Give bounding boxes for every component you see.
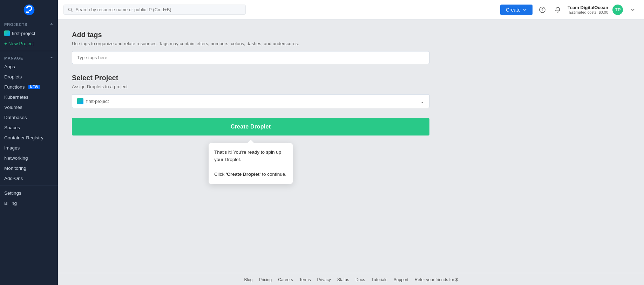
create-droplet-button[interactable]: Create Droplet: [72, 118, 429, 135]
select-project-title: Select Project: [72, 74, 630, 82]
select-project-section: Select Project Assign Droplets to a proj…: [72, 74, 630, 108]
tooltip-arrow: [247, 140, 254, 143]
sidebar-item-networking[interactable]: Networking: [0, 153, 58, 163]
manage-section-header: MANAGE: [0, 53, 58, 62]
add-tags-title: Add tags: [72, 31, 630, 39]
sidebar-first-project[interactable]: first-project: [0, 28, 58, 39]
sidebar-item-monitoring[interactable]: Monitoring: [0, 163, 58, 173]
tags-input[interactable]: [72, 51, 429, 64]
sidebar-item-volumes[interactable]: Volumes: [0, 102, 58, 112]
sidebar-item-spaces[interactable]: Spaces: [0, 123, 58, 133]
footer-careers[interactable]: Careers: [278, 277, 293, 282]
footer: Blog Pricing Careers Terms Privacy Statu…: [58, 273, 644, 285]
create-button[interactable]: Create: [500, 5, 533, 15]
help-button[interactable]: ?: [537, 4, 548, 15]
sidebar-divider-2: [0, 186, 58, 186]
notifications-button[interactable]: [552, 4, 563, 15]
sidebar-item-images[interactable]: Images: [0, 143, 58, 153]
search-bar[interactable]: [63, 5, 246, 15]
sidebar-new-project[interactable]: + New Project: [0, 39, 58, 49]
footer-tutorials[interactable]: Tutorials: [371, 277, 387, 282]
chevron-down-icon: ⌄: [420, 99, 424, 104]
create-droplet-area: Create Droplet That's it! You're ready t…: [72, 108, 429, 135]
footer-blog[interactable]: Blog: [244, 277, 252, 282]
footer-terms[interactable]: Terms: [299, 277, 311, 282]
project-icon: [4, 30, 10, 36]
svg-rect-2: [26, 12, 27, 13]
footer-support[interactable]: Support: [394, 277, 408, 282]
footer-status[interactable]: Status: [337, 277, 349, 282]
project-select-icon: [77, 98, 83, 104]
projects-section-header: PROJECTS: [0, 20, 58, 28]
project-select-dropdown[interactable]: first-project ⌄: [72, 94, 429, 108]
sidebar-item-databases[interactable]: Databases: [0, 112, 58, 123]
sidebar-item-settings[interactable]: Settings: [0, 188, 58, 198]
sidebar-item-billing[interactable]: Billing: [0, 198, 58, 208]
select-project-desc: Assign Droplets to a project: [72, 84, 630, 89]
footer-privacy[interactable]: Privacy: [317, 277, 331, 282]
add-tags-section: Add tags Use tags to organize and relate…: [72, 31, 630, 64]
add-tags-desc: Use tags to organize and relate resource…: [72, 41, 630, 46]
sidebar-item-add-ons[interactable]: Add-Ons: [0, 173, 58, 183]
topbar: Create ? Team DigitalOcean Estimated cos…: [58, 0, 644, 20]
content-area: Add tags Use tags to organize and relate…: [58, 20, 644, 273]
user-menu-chevron[interactable]: [627, 4, 638, 15]
sidebar-item-functions[interactable]: Functions NEW: [0, 82, 58, 92]
logo[interactable]: [0, 0, 58, 20]
tooltip-box: That's it! You're ready to spin up your …: [209, 143, 293, 184]
svg-rect-1: [27, 12, 29, 13]
tooltip-wrapper: That's it! You're ready to spin up your …: [209, 140, 293, 184]
footer-refer[interactable]: Refer your friends for $: [415, 277, 458, 282]
svg-text:?: ?: [541, 8, 544, 12]
sidebar-item-kubernetes[interactable]: Kubernetes: [0, 92, 58, 102]
user-info: Team DigitalOcean Estimated costs: $0.00: [568, 5, 608, 14]
chevron-down-icon: [523, 8, 527, 12]
sidebar: PROJECTS first-project + New Project MAN…: [0, 0, 58, 285]
new-badge: NEW: [28, 85, 40, 89]
project-select-value: first-project: [86, 99, 109, 104]
main-area: Create ? Team DigitalOcean Estimated cos…: [58, 0, 644, 285]
avatar[interactable]: TP: [612, 5, 623, 15]
tooltip-line2: Click 'Create Droplet' to continue.: [214, 171, 287, 178]
footer-pricing[interactable]: Pricing: [259, 277, 272, 282]
sidebar-item-droplets[interactable]: Droplets: [0, 72, 58, 82]
search-input[interactable]: [75, 7, 241, 12]
sidebar-item-apps[interactable]: Apps: [0, 62, 58, 72]
tooltip-line1: That's it! You're ready to spin up your …: [214, 149, 287, 164]
footer-docs[interactable]: Docs: [355, 277, 365, 282]
sidebar-item-container-registry[interactable]: Container Registry: [0, 133, 58, 143]
project-select-wrapper: first-project ⌄: [72, 94, 429, 108]
search-icon: [68, 7, 73, 12]
sidebar-divider-1: [0, 51, 58, 51]
